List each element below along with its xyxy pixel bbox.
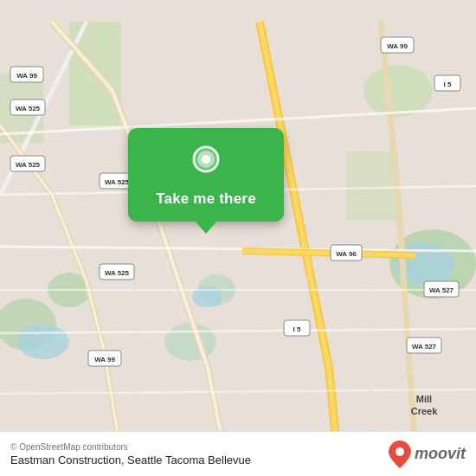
svg-text:WA 525: WA 525	[16, 161, 41, 169]
svg-rect-9	[346, 151, 398, 221]
location-pin-icon	[187, 144, 225, 182]
svg-text:WA 525: WA 525	[105, 269, 130, 277]
svg-text:I 5: I 5	[293, 325, 301, 333]
moovit-logo: moovit	[389, 441, 466, 468]
map-background: WA 99 WA 525 WA 525 WA 525 WA 525 WA 99 …	[0, 0, 476, 476]
take-me-card[interactable]: Take me there	[128, 128, 284, 222]
svg-text:WA 525: WA 525	[105, 178, 130, 186]
svg-point-60	[396, 447, 404, 456]
svg-text:WA 99: WA 99	[16, 72, 37, 80]
bottom-bar: © OpenStreetMap contributors Eastman Con…	[0, 431, 476, 476]
svg-point-58	[202, 155, 210, 164]
svg-text:I 5: I 5	[444, 80, 452, 88]
map-container: WA 99 WA 525 WA 525 WA 525 WA 525 WA 99 …	[0, 0, 476, 476]
svg-text:WA 527: WA 527	[412, 343, 437, 351]
svg-point-10	[17, 325, 69, 359]
copyright-text: © OpenStreetMap contributors	[10, 442, 389, 452]
svg-text:WA 96: WA 96	[336, 250, 357, 258]
svg-text:Mill: Mill	[416, 394, 432, 404]
take-me-there-label: Take me there	[156, 190, 256, 208]
svg-text:WA 99: WA 99	[387, 42, 408, 50]
svg-point-3	[363, 65, 433, 117]
moovit-wordmark: moovit	[415, 445, 466, 463]
svg-point-8	[164, 323, 216, 361]
svg-text:WA 525: WA 525	[16, 105, 41, 113]
svg-text:WA 99: WA 99	[94, 356, 115, 363]
moovit-pin-icon	[389, 441, 411, 468]
svg-text:WA 527: WA 527	[429, 286, 454, 294]
location-text: Eastman Construction, Seattle Tacoma Bel…	[10, 453, 389, 466]
svg-text:Creek: Creek	[411, 406, 438, 416]
